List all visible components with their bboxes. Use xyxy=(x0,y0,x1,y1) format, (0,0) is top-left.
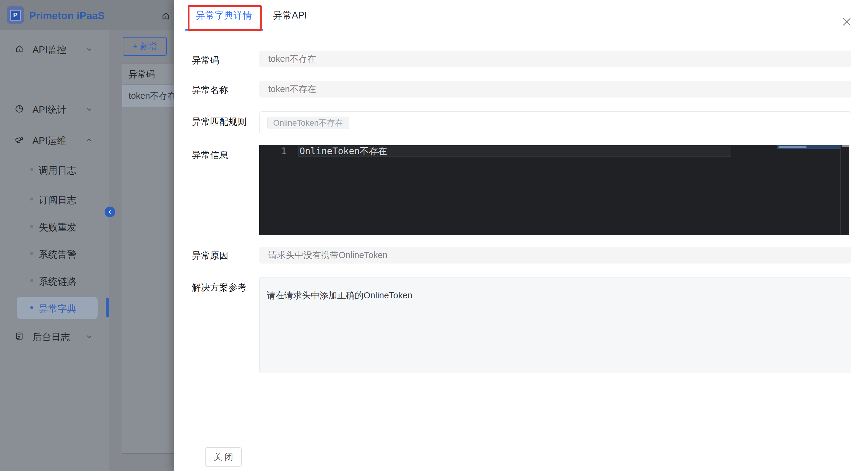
sidebar-item-label: 后台日志 xyxy=(32,331,70,343)
field-label-exception-name: 异常名称 xyxy=(192,84,228,96)
sidebar-item-exception-dict[interactable]: 异常字典 xyxy=(0,300,109,316)
sidebar-item-label: 系统告警 xyxy=(39,248,76,261)
chevron-left-icon xyxy=(107,209,114,215)
add-button[interactable]: + 新增 xyxy=(123,37,167,56)
screen: P Primeton iPaaS API监控 xyxy=(0,0,868,471)
match-rule-tag: OnlineToken不存在 xyxy=(268,116,349,129)
app-header: P Primeton iPaaS xyxy=(0,0,174,31)
sidebar-item-api-ops[interactable]: API运维 xyxy=(0,131,109,148)
field-label-solution: 解决方案参考 xyxy=(192,281,247,294)
sidebar-item-label: 调用日志 xyxy=(39,164,76,177)
chevron-down-icon xyxy=(85,333,93,340)
brand-logo-letter: P xyxy=(10,10,21,21)
chevron-down-icon xyxy=(85,105,93,113)
sidebar-item-label: API统计 xyxy=(32,104,66,116)
editor-minimap[interactable] xyxy=(777,145,840,235)
sidebar-item-label: 失败重发 xyxy=(39,221,76,234)
sidebar-item-api-monitor[interactable]: API监控 xyxy=(0,41,109,58)
editor-overview-ruler-marker xyxy=(842,145,849,147)
sidebar-item-label: API监控 xyxy=(32,44,66,56)
bullet-icon xyxy=(30,306,33,309)
sidebar: API监控 API统计 API运维 xyxy=(0,30,110,471)
exception-name-input[interactable]: token不存在 xyxy=(259,81,851,98)
solution-textarea[interactable]: 请在请求头中添加正确的OnlineToken xyxy=(259,277,851,373)
field-label-exception-message: 异常信息 xyxy=(192,149,228,162)
tab-label: 异常API xyxy=(273,9,307,22)
detail-drawer: 异常字典详情 异常API 异常码 token不存在 异常名称 token不存在 … xyxy=(174,0,868,471)
sidebar-item-api-stats[interactable]: API统计 xyxy=(0,101,109,117)
brand-title: Primeton iPaaS xyxy=(29,10,104,22)
editor-minimap-text-smudge xyxy=(779,146,806,148)
list-panel: + 新增 异常码 token不存在 xyxy=(109,30,174,471)
exception-reason-input[interactable]: 请求头中没有携带OnlineToken xyxy=(259,247,851,264)
exception-table: 异常码 token不存在 xyxy=(122,64,175,454)
sidebar-item-subscribe-log[interactable]: 订阅日志 xyxy=(0,191,109,208)
add-button-label: + 新增 xyxy=(132,41,157,52)
home-icon[interactable] xyxy=(161,11,170,21)
field-label-match-rule: 异常匹配规则 xyxy=(192,116,247,128)
bullet-icon xyxy=(30,168,33,171)
sidebar-item-system-link[interactable]: 系统链路 xyxy=(0,272,109,289)
tab-exception-api[interactable]: 异常API xyxy=(273,0,307,31)
monitor-camera-icon xyxy=(14,135,24,144)
bullet-icon xyxy=(30,225,33,228)
footer-divider xyxy=(174,442,868,442)
pie-chart-icon xyxy=(14,104,24,113)
match-rule-input[interactable]: OnlineToken不存在 xyxy=(259,111,851,134)
tabs-bar: 异常字典详情 异常API xyxy=(174,0,868,31)
sidebar-item-label: 订阅日志 xyxy=(39,194,76,207)
table-pagination xyxy=(122,429,175,453)
table-row[interactable]: token不存在 xyxy=(122,85,175,107)
editor-minimap-highlight xyxy=(777,145,840,149)
table-body-empty xyxy=(122,107,175,429)
sidebar-item-call-log[interactable]: 调用日志 xyxy=(0,161,109,178)
close-icon[interactable] xyxy=(841,16,853,28)
annotation-red-box xyxy=(188,5,261,31)
sidebar-item-label: API运维 xyxy=(32,134,66,147)
table-header-cell: 异常码 xyxy=(122,64,175,85)
editor-minimap-divider xyxy=(840,145,841,235)
brand-logo: P xyxy=(7,6,24,24)
home-outline-icon xyxy=(14,44,24,54)
bullet-icon xyxy=(30,198,33,201)
field-label-exception-reason: 异常原因 xyxy=(192,249,228,262)
editor-line-number: 1 xyxy=(277,146,286,157)
sidebar-collapse-button[interactable] xyxy=(104,207,115,217)
log-document-icon xyxy=(14,331,24,341)
exception-message-code-editor[interactable]: 1 OnlineToken不存在 xyxy=(259,145,849,235)
field-label-exception-code: 异常码 xyxy=(192,54,219,67)
sidebar-item-label: 异常字典 xyxy=(39,303,76,315)
sidebar-item-fail-retry[interactable]: 失败重发 xyxy=(0,218,109,235)
chevron-down-icon xyxy=(85,45,93,53)
close-button[interactable]: 关 闭 xyxy=(205,447,242,467)
selected-item-indicator xyxy=(106,298,109,317)
chevron-up-icon xyxy=(85,136,93,144)
sidebar-item-backend-log[interactable]: 后台日志 xyxy=(0,328,109,345)
sidebar-item-system-alert[interactable]: 系统告警 xyxy=(0,245,109,262)
bullet-icon xyxy=(30,279,33,282)
editor-code-text: OnlineToken不存在 xyxy=(300,146,387,157)
exception-code-input[interactable]: token不存在 xyxy=(259,51,851,67)
close-button-label: 关 闭 xyxy=(214,451,233,463)
bullet-icon xyxy=(30,252,33,255)
sidebar-item-label: 系统链路 xyxy=(39,275,76,288)
